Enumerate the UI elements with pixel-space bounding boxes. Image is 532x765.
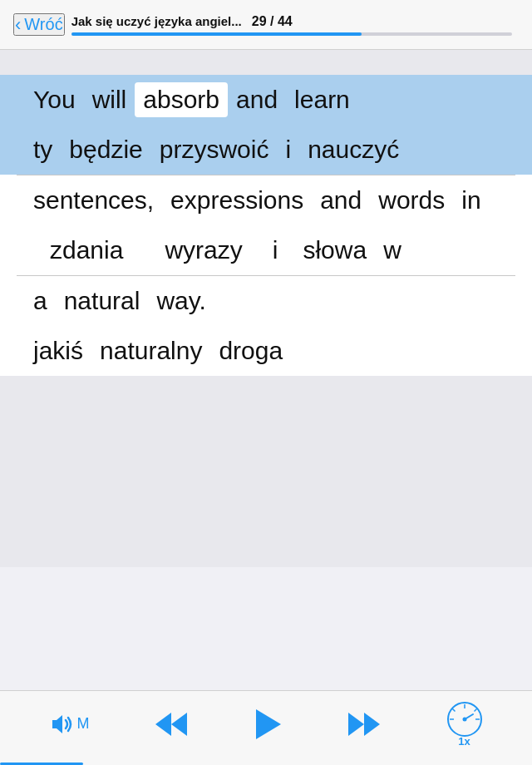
header: ‹ Wróć Jak się uczyć języka angiel... 29…: [0, 0, 532, 50]
content-area: You will absorb and learn ty będzie przy…: [0, 75, 532, 376]
svg-marker-4: [348, 713, 364, 736]
word-absorb[interactable]: absorb: [135, 82, 228, 117]
back-label: Wróć: [24, 15, 62, 34]
word-you[interactable]: You: [25, 82, 84, 117]
word-slowa: słowa: [294, 233, 375, 268]
header-center: Jak się uczyć języka angiel... 29 / 44: [71, 14, 512, 36]
fast-forward-icon: [347, 709, 382, 739]
svg-marker-2: [171, 713, 187, 736]
word-i-1: i: [277, 132, 299, 167]
word-nauczyc: nauczyć: [299, 132, 407, 167]
word-a: a: [25, 284, 56, 318]
bottom-toolbar: M: [0, 690, 532, 765]
english-row-1: You will absorb and learn: [0, 75, 532, 125]
volume-m-container: M: [49, 711, 90, 738]
word-will[interactable]: will: [84, 82, 135, 117]
rewind-icon: [154, 709, 189, 739]
word-droga: droga: [210, 333, 291, 368]
word-bedzie: będzie: [61, 132, 150, 167]
word-sentences: sentences,: [25, 183, 162, 218]
polish-row-1: ty będzie przyswoić i nauczyć: [0, 125, 532, 175]
word-przyswoic: przyswoić: [151, 132, 278, 167]
english-row-2: sentences, expressions and words in: [0, 175, 532, 225]
volume-m-label: M: [77, 715, 90, 733]
word-w: w: [375, 233, 410, 268]
rewind-button[interactable]: [147, 703, 195, 746]
svg-point-13: [462, 718, 466, 722]
word-words: words: [370, 183, 453, 218]
word-ty: ty: [25, 132, 61, 167]
page-count: 29 / 44: [252, 14, 293, 29]
speed-label: 1x: [458, 735, 470, 748]
volume-icon: [49, 711, 76, 738]
word-way: way.: [148, 284, 214, 318]
play-icon: [253, 708, 283, 741]
word-i-2: i: [264, 233, 287, 268]
svg-marker-1: [155, 713, 171, 736]
polish-row-3: jakiś naturalny droga: [0, 326, 532, 376]
svg-line-11: [452, 708, 456, 712]
word-learn[interactable]: learn: [286, 82, 358, 117]
spacer-top: [0, 50, 532, 75]
fast-forward-button[interactable]: [340, 703, 388, 746]
progress-bar-fill: [71, 32, 362, 36]
word-wyrazy: wyrazy: [156, 233, 250, 268]
svg-marker-0: [52, 715, 62, 733]
word-natural: natural: [56, 284, 149, 318]
play-button[interactable]: [246, 701, 289, 748]
svg-line-8: [474, 708, 477, 712]
word-naturalny: naturalny: [91, 333, 210, 368]
speed-dial-icon: [446, 700, 484, 738]
word-jakis: jakiś: [25, 333, 91, 368]
svg-marker-3: [256, 709, 281, 739]
volume-button[interactable]: M: [42, 704, 96, 744]
back-chevron-icon: ‹: [15, 16, 21, 34]
header-title: Jak się uczyć języka angiel...: [71, 14, 242, 28]
word-and-2: and: [312, 183, 370, 218]
back-button[interactable]: ‹ Wróć: [13, 13, 65, 36]
word-and-1[interactable]: and: [228, 82, 286, 117]
svg-marker-5: [364, 713, 380, 736]
word-zdania: zdania: [42, 233, 131, 268]
word-in: in: [453, 183, 489, 218]
progress-bar-container: [71, 32, 512, 36]
speed-button[interactable]: 1x: [439, 693, 490, 754]
english-row-3: a natural way.: [0, 276, 532, 326]
gray-content-area: [0, 376, 532, 567]
polish-row-2: zdania wyrazy i słowa w: [0, 225, 532, 275]
word-expressions: expressions: [162, 183, 312, 218]
